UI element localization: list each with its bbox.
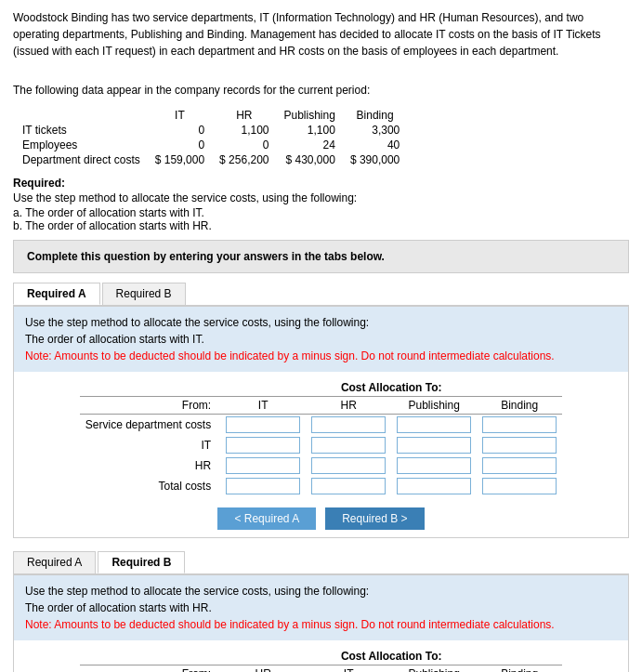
from-label-a: From: — [80, 397, 220, 415]
required-instruction: Use the step method to allocate the serv… — [13, 191, 629, 204]
from-header-b — [80, 648, 220, 665]
row-label-service-a: Service department costs — [80, 415, 220, 436]
tab-required-a-1[interactable]: Required A — [13, 283, 100, 305]
intro-paragraph2: The following data appear in the company… — [13, 82, 629, 99]
next-button-a[interactable]: Required B > — [325, 507, 424, 530]
input-service-it-a[interactable] — [226, 416, 300, 433]
section-a-line1: Use the step method to allocate the serv… — [25, 314, 617, 331]
input-hr-pub-a[interactable] — [397, 457, 471, 474]
input-total-bind-a[interactable] — [482, 478, 557, 494]
col-header-it-a: IT — [220, 397, 306, 415]
row-label-it-a: IT — [80, 435, 220, 455]
table-row: IT — [80, 435, 562, 455]
section-a-alloc-table: Cost Allocation To: From: IT HR Publishi… — [80, 379, 562, 496]
cost-alloc-header-a: Cost Allocation To: — [220, 379, 562, 397]
col-header-binding-a: Binding — [477, 397, 562, 415]
input-service-bind-a[interactable] — [482, 416, 557, 433]
section-b-info: Use the step method to allocate the serv… — [14, 575, 628, 640]
section-a-table-wrapper: Cost Allocation To: From: IT HR Publishi… — [14, 372, 628, 500]
prev-button-a[interactable]: < Required A — [217, 507, 316, 530]
table-row: HR — [80, 455, 562, 476]
col-header-it-b: IT — [306, 665, 391, 673]
input-it-pub-a[interactable] — [397, 437, 471, 454]
col-header-hr-b: HR — [220, 665, 306, 673]
input-total-hr-a[interactable] — [311, 478, 386, 494]
tabs-a: Required A Required B — [13, 283, 629, 306]
section-a-info: Use the step method to allocate the serv… — [14, 307, 628, 372]
section-b-box: Use the step method to allocate the serv… — [13, 574, 629, 672]
input-service-pub-a[interactable] — [397, 416, 471, 433]
input-total-pub-a[interactable] — [397, 478, 471, 494]
input-total-it-a[interactable] — [226, 478, 300, 494]
input-service-hr-a[interactable] — [311, 416, 386, 433]
col-header-publishing-b: Publishing — [391, 665, 477, 673]
intro-paragraph1: Woodstock Binding has two service depart… — [13, 9, 629, 59]
col-header-publishing-a: Publishing — [391, 397, 477, 415]
input-hr-hr-a[interactable] — [311, 457, 386, 474]
input-it-hr-a[interactable] — [311, 437, 386, 454]
tab-required-b-1[interactable]: Required B — [102, 283, 186, 305]
input-it-bind-a[interactable] — [482, 437, 557, 454]
row-label-hr-a: HR — [80, 455, 220, 476]
input-hr-bind-a[interactable] — [482, 457, 557, 474]
complete-box: Complete this question by entering your … — [13, 240, 629, 273]
table-row: Department direct costs $ 159,000 $ 256,… — [22, 152, 407, 167]
from-header-a — [80, 379, 220, 397]
nav-buttons-a: < Required A Required B > — [14, 500, 628, 537]
required-label: Required: — [13, 177, 629, 190]
data-table: IT HR Publishing Binding IT tickets 0 1,… — [22, 108, 407, 167]
section-b-table-wrapper: Cost Allocation To: From: HR IT Publishi… — [14, 640, 628, 672]
input-it-it-a[interactable] — [226, 437, 300, 454]
section-b-line2: The order of allocation starts with HR. — [25, 600, 617, 616]
tab-required-b-2[interactable]: Required B — [98, 551, 185, 573]
section-a-container: Required A Required B Use the step metho… — [13, 283, 629, 538]
table-row: Service department costs — [80, 415, 562, 436]
row-label-total-a: Total costs — [80, 476, 220, 496]
section-a-box: Use the step method to allocate the serv… — [13, 306, 629, 538]
table-row: IT tickets 0 1,100 1,100 3,300 — [22, 123, 407, 138]
cost-alloc-header-b: Cost Allocation To: — [220, 648, 562, 665]
section-b-container: Required A Required B Use the step metho… — [13, 551, 629, 672]
section-b-alloc-table: Cost Allocation To: From: HR IT Publishi… — [80, 648, 562, 672]
col-header-binding-b: Binding — [477, 665, 562, 673]
table-row: Employees 0 0 24 40 — [22, 138, 407, 152]
input-hr-it-a[interactable] — [226, 457, 300, 474]
section-b-note: Note: Amounts to be deducted should be i… — [25, 616, 617, 633]
required-item-a: a. The order of allocation starts with I… — [13, 206, 629, 219]
section-b-line1: Use the step method to allocate the serv… — [25, 583, 617, 600]
tab-required-a-2[interactable]: Required A — [13, 551, 96, 573]
from-label-b: From: — [80, 665, 220, 673]
table-row: Total costs — [80, 476, 562, 496]
col-header-hr-a: HR — [306, 397, 391, 415]
required-item-b: b. The order of allocation starts with H… — [13, 219, 629, 232]
tabs-b: Required A Required B — [13, 551, 629, 574]
section-a-note: Note: Amounts to be deducted should be i… — [25, 348, 617, 364]
section-a-line2: The order of allocation starts with IT. — [25, 331, 617, 348]
